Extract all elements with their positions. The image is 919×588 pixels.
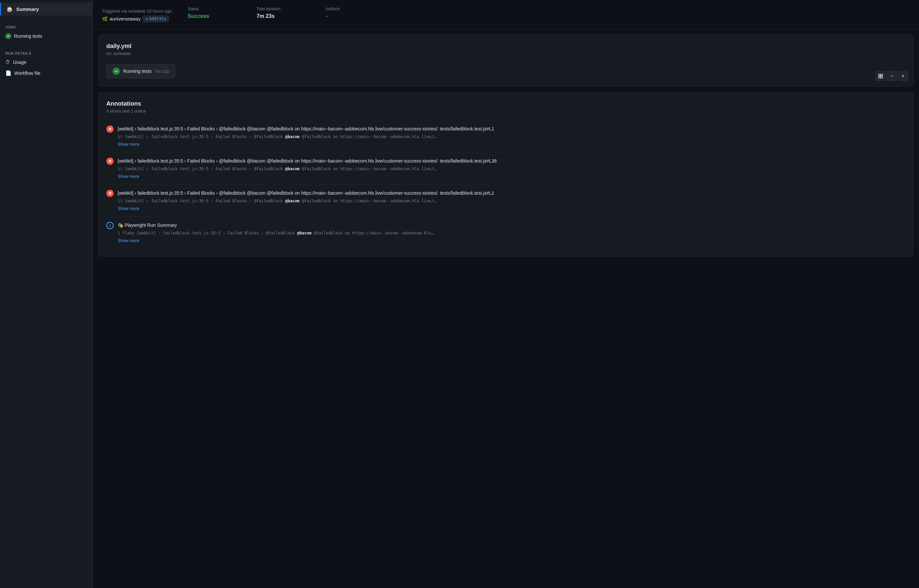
clock-icon: ⏱ — [5, 59, 10, 65]
annotation-content-1: [webkit] › failedblock.test.js:35:5 › Fa… — [118, 158, 905, 179]
trigger-row: 🌿 auniverseaway ◎ 6d8f45a — [102, 16, 172, 22]
annotation-content-0: [webkit] › failedblock.test.js:35:5 › Fa… — [118, 126, 905, 147]
sidebar-job-label: Running tests — [14, 34, 42, 39]
svg-rect-3 — [881, 76, 883, 78]
annotation-body-0: 1) [webkit] › failedblock.test.js:35:5 ›… — [118, 134, 905, 139]
annotation-item: ✕ [webkit] › failedblock.test.js:35:5 › … — [106, 152, 905, 184]
zoom-fit-button[interactable] — [875, 71, 885, 81]
commit-hash-value: 6d8f45a — [149, 16, 166, 21]
annotation-content-3: 🎭 Playwright Run Summary 1 flaky [webkit… — [118, 222, 905, 243]
annotation-item: ✕ [webkit] › failedblock.test.js:35:5 › … — [106, 184, 905, 216]
annotations-card: Annotations 3 errors and 1 notice ✕ [web… — [98, 92, 914, 257]
main-content: Triggered via schedule 10 hours ago 🌿 au… — [93, 0, 919, 588]
job-success-circle — [113, 68, 120, 75]
annotation-body-3: 1 flaky [webkit] › failedblock.test.js:3… — [118, 231, 905, 236]
sidebar-item-workflow-file[interactable]: 📄 Workflow file — [0, 68, 92, 79]
workflow-name: daily.yml — [106, 43, 905, 50]
svg-rect-0 — [879, 74, 880, 76]
svg-rect-2 — [879, 76, 880, 78]
artifacts-label: Artifacts — [326, 6, 379, 11]
annotation-title-1: [webkit] › failedblock.test.js:35:5 › Fa… — [118, 158, 905, 165]
artifacts-meta: Artifacts – — [326, 6, 379, 19]
job-node-label: Running tests — [123, 68, 152, 74]
job-node-duration: 7m 11s — [155, 69, 169, 74]
sidebar-jobs-section-label: Jobs — [0, 21, 92, 31]
duration-meta: Total duration 7m 23s — [257, 6, 310, 19]
status-meta: Status Success — [188, 6, 241, 19]
branch-name: auniverseaway — [110, 16, 141, 21]
run-header: Triggered via schedule 10 hours ago 🌿 au… — [93, 0, 919, 29]
annotation-title-3: 🎭 Playwright Run Summary — [118, 222, 905, 229]
annotations-title: Annotations — [106, 100, 905, 107]
error-icon-1: ✕ — [106, 158, 113, 165]
info-icon-3: i — [106, 222, 113, 229]
commit-icon: ◎ — [146, 16, 148, 21]
sidebar-item-usage[interactable]: ⏱ Usage — [0, 57, 92, 68]
sidebar-job-item[interactable]: Running tests — [0, 31, 92, 42]
trigger-text: Triggered via schedule 10 hours ago — [102, 9, 172, 14]
annotation-body-1: 1) [webkit] › failedblock.test.js:35:5 ›… — [118, 166, 905, 171]
annotation-content-2: [webkit] › failedblock.test.js:35:5 › Fa… — [118, 190, 905, 211]
zoom-out-button[interactable]: − — [887, 71, 897, 81]
duration-value: 7m 23s — [257, 13, 310, 19]
sidebar-summary-label: Summary — [16, 6, 39, 12]
home-icon: 🏠 — [6, 6, 13, 12]
svg-rect-1 — [881, 74, 883, 76]
status-label: Status — [188, 6, 241, 11]
branch-emoji: 🌿 — [102, 16, 108, 21]
sidebar-run-details-section-label: Run details — [0, 47, 92, 57]
artifacts-value: – — [326, 13, 379, 19]
error-icon-2: ✕ — [106, 190, 113, 197]
show-more-3[interactable]: Show more — [118, 238, 139, 243]
show-more-2[interactable]: Show more — [118, 206, 139, 211]
annotation-title-0: [webkit] › failedblock.test.js:35:5 › Fa… — [118, 126, 905, 132]
annotation-body-2: 1) [webkit] › failedblock.test.js:35:5 ›… — [118, 199, 905, 203]
annotation-item: i 🎭 Playwright Run Summary 1 flaky [webk… — [106, 216, 905, 248]
job-node[interactable]: Running tests 7m 11s — [106, 64, 175, 79]
file-icon: 📄 — [5, 70, 11, 76]
zoom-controls: − + — [875, 71, 908, 81]
error-icon-0: ✕ — [106, 126, 113, 133]
duration-label: Total duration — [257, 6, 310, 11]
show-more-1[interactable]: Show more — [118, 174, 139, 179]
sidebar-summary-item[interactable]: 🏠 Summary — [0, 3, 92, 16]
zoom-out-icon: − — [890, 73, 893, 79]
sidebar-workflow-file-label: Workflow file — [14, 71, 40, 76]
status-value: Success — [188, 13, 241, 19]
zoom-in-icon: + — [901, 73, 904, 79]
annotation-item: ✕ [webkit] › failedblock.test.js:35:5 › … — [106, 120, 905, 152]
sidebar-usage-label: Usage — [13, 60, 26, 65]
annotations-count: 3 errors and 1 notice — [106, 108, 905, 113]
show-more-0[interactable]: Show more — [118, 142, 139, 147]
trigger-meta: Triggered via schedule 10 hours ago 🌿 au… — [102, 6, 172, 22]
commit-hash[interactable]: ◎ 6d8f45a — [142, 16, 169, 22]
job-success-icon — [5, 33, 11, 39]
zoom-in-button[interactable]: + — [898, 71, 908, 81]
workflow-card: daily.yml on: schedule Running tests 7m … — [98, 34, 914, 87]
sidebar: 🏠 Summary Jobs Running tests Run details… — [0, 0, 93, 588]
annotation-title-2: [webkit] › failedblock.test.js:35:5 › Fa… — [118, 190, 905, 197]
sidebar-divider-2 — [0, 44, 92, 45]
workflow-trigger: on: schedule — [106, 51, 905, 56]
sidebar-divider-1 — [0, 18, 92, 19]
